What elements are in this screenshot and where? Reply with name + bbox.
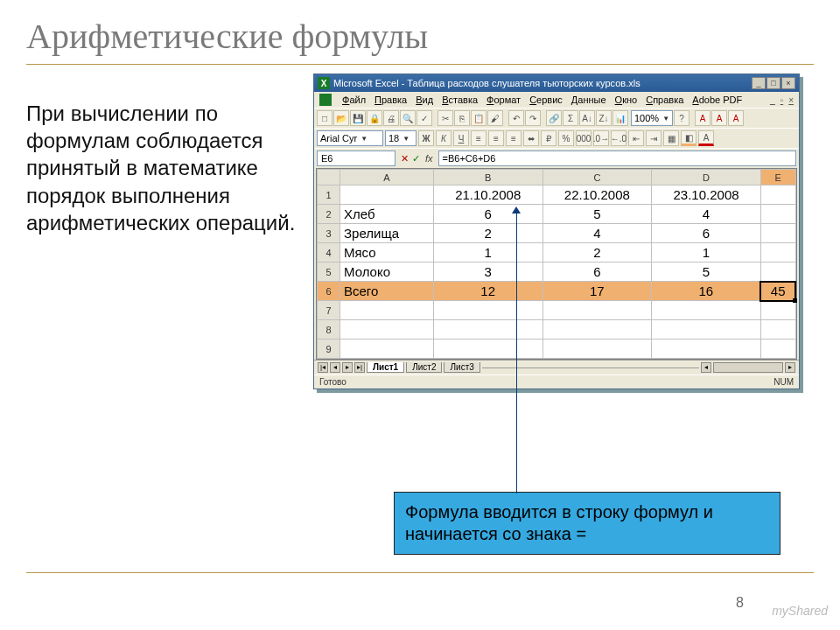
preview-icon[interactable]: 🔍 [400, 110, 416, 126]
row-1[interactable]: 1 [318, 186, 340, 205]
fill-color-icon[interactable]: ◧ [681, 130, 696, 146]
cancel-formula-icon[interactable]: ✕ [401, 153, 409, 164]
tab-sheet3[interactable]: Лист3 [444, 362, 480, 373]
cell-E4[interactable] [760, 243, 795, 262]
format-painter-icon[interactable]: 🖌 [487, 110, 503, 126]
font-size-combo[interactable]: 18▼ [385, 130, 416, 146]
cell-E1[interactable] [760, 186, 795, 205]
cell-C6[interactable]: 17 [542, 282, 652, 301]
cell-D2[interactable]: 4 [652, 205, 761, 224]
menu-insert[interactable]: Вставка [442, 94, 478, 105]
cell-C1[interactable]: 22.10.2008 [542, 186, 652, 205]
cell-E6[interactable]: 45 [760, 282, 795, 301]
bold-icon[interactable]: Ж [418, 130, 434, 146]
col-C[interactable]: C [542, 170, 652, 186]
formula-input[interactable]: =B6+C6+D6 [438, 150, 796, 166]
cell-A9[interactable] [340, 340, 434, 359]
open-icon[interactable]: 📂 [333, 110, 349, 126]
cell-D7[interactable] [652, 301, 761, 320]
cell-C7[interactable] [542, 301, 652, 320]
borders-icon[interactable]: ▦ [663, 130, 679, 146]
cell-A5[interactable]: Молоко [340, 262, 434, 282]
tab-next-icon[interactable]: ▸ [342, 362, 353, 373]
select-all-corner[interactable] [318, 170, 340, 186]
hscroll-track[interactable] [713, 362, 783, 373]
pdf-review-icon[interactable]: A [728, 110, 744, 126]
menu-help[interactable]: Справка [646, 94, 683, 105]
row-4[interactable]: 4 [318, 243, 340, 262]
pdf-icon[interactable]: A [695, 110, 710, 126]
row-6[interactable]: 6 [318, 282, 340, 301]
undo-icon[interactable]: ↶ [508, 110, 524, 126]
tab-sheet2[interactable]: Лист2 [406, 362, 442, 373]
cell-D1[interactable]: 23.10.2008 [652, 186, 761, 205]
maximize-button[interactable]: □ [766, 77, 780, 89]
link-icon[interactable]: 🔗 [546, 110, 562, 126]
sort-desc-icon[interactable]: Z↓ [596, 110, 612, 126]
enter-formula-icon[interactable]: ✓ [412, 153, 420, 164]
fx-icon[interactable]: fx [425, 153, 433, 164]
doc-restore-button[interactable]: ▫ [780, 95, 784, 105]
cell-E5[interactable] [760, 262, 795, 282]
cell-C8[interactable] [542, 320, 652, 340]
cell-B5[interactable]: 3 [433, 262, 542, 282]
menu-format[interactable]: Формат [486, 94, 521, 105]
align-left-icon[interactable]: ≡ [471, 130, 486, 146]
cell-B7[interactable] [433, 301, 542, 320]
menu-view[interactable]: Вид [416, 94, 433, 105]
copy-icon[interactable]: ⎘ [454, 110, 470, 126]
cell-E9[interactable] [760, 340, 795, 359]
zoom-combo[interactable]: 100%▼ [631, 110, 673, 126]
menu-file[interactable]: Файл [342, 94, 366, 105]
cell-C9[interactable] [542, 340, 652, 359]
underline-icon[interactable]: Ч [453, 130, 469, 146]
decrease-decimal-icon[interactable]: ←.0 [611, 130, 626, 146]
hscroll-right-icon[interactable]: ▸ [785, 362, 795, 373]
chart-icon[interactable]: 📊 [612, 110, 628, 126]
paste-icon[interactable]: 📋 [471, 110, 486, 126]
spell-icon[interactable]: ✓ [416, 110, 432, 126]
tab-last-icon[interactable]: ▸| [354, 362, 365, 373]
close-button[interactable]: × [781, 77, 795, 89]
menu-data[interactable]: Данные [571, 94, 606, 105]
doc-minimize-button[interactable]: _ [770, 95, 775, 105]
percent-icon[interactable]: % [558, 130, 574, 146]
font-color-icon[interactable]: A [698, 130, 714, 146]
redo-icon[interactable]: ↷ [525, 110, 541, 126]
increase-indent-icon[interactable]: ⇥ [646, 130, 662, 146]
cell-A3[interactable]: Зрелища [340, 224, 434, 243]
sum-icon[interactable]: Σ [563, 110, 578, 126]
col-E[interactable]: E [760, 170, 795, 186]
cell-D4[interactable]: 1 [652, 243, 761, 262]
align-center-icon[interactable]: ≡ [488, 130, 504, 146]
cell-B2[interactable]: 6 [433, 205, 542, 224]
minimize-button[interactable]: _ [752, 77, 766, 89]
cell-B8[interactable] [433, 320, 542, 340]
decrease-indent-icon[interactable]: ⇤ [628, 130, 644, 146]
row-9[interactable]: 9 [318, 340, 340, 359]
cell-A2[interactable]: Хлеб [340, 205, 434, 224]
cell-A4[interactable]: Мясо [340, 243, 434, 262]
new-icon[interactable]: □ [317, 110, 332, 126]
sort-asc-icon[interactable]: A↓ [579, 110, 595, 126]
doc-close-button[interactable]: × [788, 95, 794, 105]
menu-edit[interactable]: Правка [374, 94, 407, 105]
font-name-combo[interactable]: Arial Cyr▼ [317, 130, 383, 146]
italic-icon[interactable]: К [436, 130, 452, 146]
tab-sheet1[interactable]: Лист1 [367, 362, 404, 373]
cell-E8[interactable] [760, 320, 795, 340]
worksheet[interactable]: A B C D E 1 21.10.2008 22.10.2008 23.10.… [316, 168, 797, 360]
cell-A8[interactable] [340, 320, 434, 340]
cell-D8[interactable] [652, 320, 761, 340]
cell-A7[interactable] [340, 301, 434, 320]
tab-prev-icon[interactable]: ◂ [330, 362, 340, 373]
permission-icon[interactable]: 🔒 [367, 110, 382, 126]
hscroll-left-icon[interactable]: ◂ [701, 362, 711, 373]
cell-A6[interactable]: Всего [340, 282, 434, 301]
cut-icon[interactable]: ✂ [438, 110, 453, 126]
name-box[interactable]: E6 [317, 150, 396, 166]
menu-adobe[interactable]: Adobe PDF [692, 94, 742, 105]
cell-B1[interactable]: 21.10.2008 [433, 186, 542, 205]
cell-B4[interactable]: 1 [433, 243, 542, 262]
menu-tools[interactable]: Сервис [529, 94, 563, 105]
